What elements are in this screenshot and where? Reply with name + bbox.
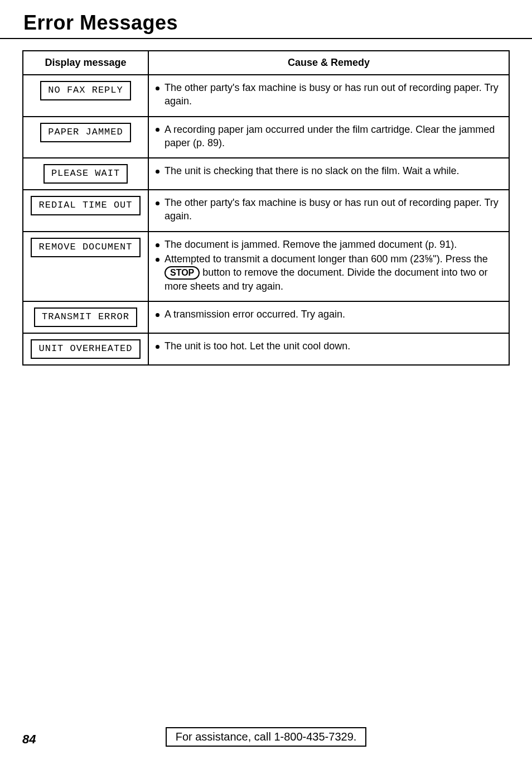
remedy-list: The unit is checking that there is no sl… <box>154 164 503 177</box>
display-message-cell: PLEASE WAIT <box>23 158 148 190</box>
remedy-item: The document is jammed. Remove the jamme… <box>154 238 503 251</box>
remedy-list: A recording paper jam occurred under the… <box>154 123 503 150</box>
remedy-cell: The other party's fax machine is busy or… <box>148 75 509 117</box>
th-display: Display message <box>23 51 148 75</box>
remedy-list: The unit is too hot. Let the unit cool d… <box>154 339 503 353</box>
remedy-list: The other party's fax machine is busy or… <box>154 196 503 223</box>
remedy-text: The document is jammed. Remove the jamme… <box>165 239 457 250</box>
remedy-text: The unit is checking that there is no sl… <box>165 165 460 176</box>
display-message-box: REMOVE DOCUMENT <box>31 238 140 257</box>
error-table: Display message Cause & Remedy NO FAX RE… <box>22 50 510 366</box>
remedy-item: The other party's fax machine is busy or… <box>154 196 503 223</box>
table-row: TRANSMIT ERRORA transmission error occur… <box>23 301 509 333</box>
title-rule <box>0 38 532 39</box>
remedy-cell: A transmission error occurred. Try again… <box>148 301 509 333</box>
display-message-cell: PAPER JAMMED <box>23 117 148 158</box>
remedy-text-post: button to remove the document. Divide th… <box>165 267 488 291</box>
remedy-text: A recording paper jam occurred under the… <box>165 124 495 148</box>
display-message-box: TRANSMIT ERROR <box>34 307 137 327</box>
remedy-text: The other party's fax machine is busy or… <box>165 197 499 222</box>
display-message-cell: NO FAX REPLY <box>23 75 148 117</box>
display-message-box: NO FAX REPLY <box>40 81 130 100</box>
remedy-item: The unit is checking that there is no sl… <box>154 164 503 177</box>
remedy-item: The other party's fax machine is busy or… <box>154 81 503 108</box>
remedy-cell: The other party's fax machine is busy or… <box>148 190 509 232</box>
remedy-cell: The unit is too hot. Let the unit cool d… <box>148 333 509 365</box>
remedy-list: A transmission error occurred. Try again… <box>154 307 503 321</box>
remedy-text: The other party's fax machine is busy or… <box>165 82 499 107</box>
display-message-cell: REDIAL TIME OUT <box>23 190 148 232</box>
remedy-list: The document is jammed. Remove the jamme… <box>154 238 503 293</box>
display-message-cell: UNIT OVERHEATED <box>23 333 148 365</box>
page-number: 84 <box>22 732 36 747</box>
remedy-text-pre: Attempted to transmit a document longer … <box>165 253 488 265</box>
page-title: Error Messages <box>23 11 510 35</box>
table-row: NO FAX REPLYThe other party's fax machin… <box>23 75 509 117</box>
remedy-list: The other party's fax machine is busy or… <box>154 81 503 108</box>
remedy-item: A recording paper jam occurred under the… <box>154 123 503 150</box>
display-message-cell: REMOVE DOCUMENT <box>23 232 148 301</box>
table-row: REDIAL TIME OUTThe other party's fax mac… <box>23 190 509 232</box>
table-row: REMOVE DOCUMENTThe document is jammed. R… <box>23 232 509 301</box>
table-row: PLEASE WAITThe unit is checking that the… <box>23 158 509 190</box>
table-row: UNIT OVERHEATEDThe unit is too hot. Let … <box>23 333 509 365</box>
remedy-item: Attempted to transmit a document longer … <box>154 252 503 293</box>
display-message-cell: TRANSMIT ERROR <box>23 301 148 333</box>
remedy-text: A transmission error occurred. Try again… <box>165 309 345 320</box>
display-message-box: PLEASE WAIT <box>43 164 128 184</box>
remedy-cell: The document is jammed. Remove the jamme… <box>148 232 509 301</box>
display-message-box: REDIAL TIME OUT <box>31 196 140 215</box>
page-footer: 84 For assistance, call 1-800-435-7329. <box>22 727 510 747</box>
remedy-item: A transmission error occurred. Try again… <box>154 307 503 321</box>
remedy-cell: A recording paper jam occurred under the… <box>148 117 509 158</box>
th-remedy: Cause & Remedy <box>148 51 509 75</box>
display-message-box: PAPER JAMMED <box>40 123 130 142</box>
remedy-cell: The unit is checking that there is no sl… <box>148 158 509 190</box>
remedy-text: The unit is too hot. Let the unit cool d… <box>165 340 350 352</box>
stop-button-label: STOP <box>165 266 200 279</box>
assistance-box: For assistance, call 1-800-435-7329. <box>166 727 367 747</box>
display-message-box: UNIT OVERHEATED <box>31 339 140 359</box>
table-row: PAPER JAMMEDA recording paper jam occurr… <box>23 117 509 158</box>
remedy-item: The unit is too hot. Let the unit cool d… <box>154 339 503 353</box>
